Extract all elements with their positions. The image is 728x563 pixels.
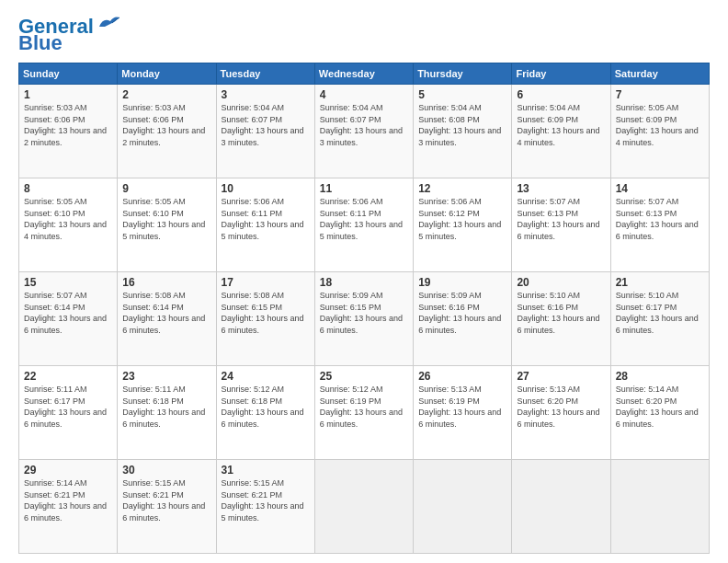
day-info: Sunrise: 5:03 AMSunset: 6:06 PMDaylight:… bbox=[122, 102, 211, 148]
calendar-cell: 26Sunrise: 5:13 AMSunset: 6:19 PMDayligh… bbox=[414, 366, 512, 460]
logo: General Blue bbox=[18, 17, 121, 53]
day-info: Sunrise: 5:06 AMSunset: 6:11 PMDaylight:… bbox=[320, 196, 409, 242]
day-info: Sunrise: 5:10 AMSunset: 6:16 PMDaylight:… bbox=[517, 290, 606, 336]
calendar-week-1: 1Sunrise: 5:03 AMSunset: 6:06 PMDaylight… bbox=[19, 85, 710, 178]
calendar-cell: 14Sunrise: 5:07 AMSunset: 6:13 PMDayligh… bbox=[610, 178, 709, 272]
day-info: Sunrise: 5:12 AMSunset: 6:18 PMDaylight:… bbox=[222, 384, 311, 430]
day-number: 6 bbox=[517, 88, 606, 101]
day-number: 26 bbox=[418, 370, 507, 383]
calendar-cell: 11Sunrise: 5:06 AMSunset: 6:11 PMDayligh… bbox=[314, 178, 413, 272]
calendar-cell: 9Sunrise: 5:05 AMSunset: 6:10 PMDaylight… bbox=[118, 178, 216, 272]
calendar-cell: 25Sunrise: 5:12 AMSunset: 6:19 PMDayligh… bbox=[314, 366, 413, 460]
day-info: Sunrise: 5:08 AMSunset: 6:15 PMDaylight:… bbox=[222, 290, 311, 336]
day-header-tuesday: Tuesday bbox=[216, 63, 314, 85]
day-number: 15 bbox=[24, 276, 113, 289]
calendar-cell: 5Sunrise: 5:04 AMSunset: 6:08 PMDaylight… bbox=[414, 85, 512, 178]
day-info: Sunrise: 5:08 AMSunset: 6:14 PMDaylight:… bbox=[122, 290, 211, 336]
day-info: Sunrise: 5:03 AMSunset: 6:06 PMDaylight:… bbox=[24, 102, 113, 148]
calendar-cell: 13Sunrise: 5:07 AMSunset: 6:13 PMDayligh… bbox=[512, 178, 610, 272]
calendar-cell: 16Sunrise: 5:08 AMSunset: 6:14 PMDayligh… bbox=[118, 272, 216, 366]
logo-blue: Blue bbox=[18, 33, 63, 53]
day-number: 5 bbox=[418, 88, 507, 101]
day-number: 28 bbox=[616, 370, 705, 383]
day-number: 24 bbox=[222, 370, 311, 383]
calendar-cell: 3Sunrise: 5:04 AMSunset: 6:07 PMDaylight… bbox=[216, 85, 314, 178]
day-number: 25 bbox=[320, 370, 409, 383]
calendar-cell: 31Sunrise: 5:15 AMSunset: 6:21 PMDayligh… bbox=[216, 460, 314, 554]
day-number: 8 bbox=[24, 182, 113, 195]
day-number: 17 bbox=[222, 276, 311, 289]
calendar-cell: 23Sunrise: 5:11 AMSunset: 6:18 PMDayligh… bbox=[118, 366, 216, 460]
day-info: Sunrise: 5:04 AMSunset: 6:08 PMDaylight:… bbox=[418, 102, 507, 148]
calendar-cell: 18Sunrise: 5:09 AMSunset: 6:15 PMDayligh… bbox=[314, 272, 413, 366]
day-info: Sunrise: 5:13 AMSunset: 6:19 PMDaylight:… bbox=[418, 384, 507, 430]
day-number: 9 bbox=[122, 182, 211, 195]
day-info: Sunrise: 5:04 AMSunset: 6:07 PMDaylight:… bbox=[320, 102, 409, 148]
day-number: 23 bbox=[122, 370, 211, 383]
day-info: Sunrise: 5:07 AMSunset: 6:13 PMDaylight:… bbox=[517, 196, 606, 242]
calendar-week-3: 15Sunrise: 5:07 AMSunset: 6:14 PMDayligh… bbox=[19, 272, 710, 366]
day-info: Sunrise: 5:06 AMSunset: 6:12 PMDaylight:… bbox=[418, 196, 507, 242]
calendar-cell: 24Sunrise: 5:12 AMSunset: 6:18 PMDayligh… bbox=[216, 366, 314, 460]
calendar-cell bbox=[610, 460, 709, 554]
day-number: 30 bbox=[122, 464, 211, 477]
day-info: Sunrise: 5:09 AMSunset: 6:15 PMDaylight:… bbox=[320, 290, 409, 336]
calendar-cell: 20Sunrise: 5:10 AMSunset: 6:16 PMDayligh… bbox=[512, 272, 610, 366]
calendar-cell: 30Sunrise: 5:15 AMSunset: 6:21 PMDayligh… bbox=[118, 460, 216, 554]
day-number: 20 bbox=[517, 276, 606, 289]
day-header-sunday: Sunday bbox=[19, 63, 118, 85]
day-number: 14 bbox=[616, 182, 705, 195]
calendar-cell: 10Sunrise: 5:06 AMSunset: 6:11 PMDayligh… bbox=[216, 178, 314, 272]
day-info: Sunrise: 5:06 AMSunset: 6:11 PMDaylight:… bbox=[222, 196, 311, 242]
day-number: 29 bbox=[24, 464, 113, 477]
calendar-cell bbox=[314, 460, 413, 554]
day-number: 1 bbox=[24, 88, 113, 101]
calendar-cell: 27Sunrise: 5:13 AMSunset: 6:20 PMDayligh… bbox=[512, 366, 610, 460]
day-number: 18 bbox=[320, 276, 409, 289]
day-number: 12 bbox=[418, 182, 507, 195]
calendar-cell: 19Sunrise: 5:09 AMSunset: 6:16 PMDayligh… bbox=[414, 272, 512, 366]
calendar-cell bbox=[512, 460, 610, 554]
calendar-cell: 15Sunrise: 5:07 AMSunset: 6:14 PMDayligh… bbox=[19, 272, 118, 366]
day-number: 13 bbox=[517, 182, 606, 195]
calendar-cell: 6Sunrise: 5:04 AMSunset: 6:09 PMDaylight… bbox=[512, 85, 610, 178]
calendar-week-4: 22Sunrise: 5:11 AMSunset: 6:17 PMDayligh… bbox=[19, 366, 710, 460]
day-info: Sunrise: 5:05 AMSunset: 6:09 PMDaylight:… bbox=[616, 102, 705, 148]
day-number: 21 bbox=[616, 276, 705, 289]
day-header-thursday: Thursday bbox=[414, 63, 512, 85]
day-number: 10 bbox=[222, 182, 311, 195]
calendar-cell: 7Sunrise: 5:05 AMSunset: 6:09 PMDaylight… bbox=[610, 85, 709, 178]
day-header-monday: Monday bbox=[118, 63, 216, 85]
day-number: 19 bbox=[418, 276, 507, 289]
calendar: SundayMondayTuesdayWednesdayThursdayFrid… bbox=[18, 63, 710, 554]
day-info: Sunrise: 5:14 AMSunset: 6:21 PMDaylight:… bbox=[24, 477, 113, 523]
day-number: 27 bbox=[517, 370, 606, 383]
day-info: Sunrise: 5:04 AMSunset: 6:09 PMDaylight:… bbox=[517, 102, 606, 148]
calendar-cell: 29Sunrise: 5:14 AMSunset: 6:21 PMDayligh… bbox=[19, 460, 118, 554]
day-info: Sunrise: 5:11 AMSunset: 6:18 PMDaylight:… bbox=[122, 384, 211, 430]
calendar-header-row: SundayMondayTuesdayWednesdayThursdayFrid… bbox=[19, 63, 710, 85]
day-number: 22 bbox=[24, 370, 113, 383]
day-info: Sunrise: 5:09 AMSunset: 6:16 PMDaylight:… bbox=[418, 290, 507, 336]
calendar-cell bbox=[414, 460, 512, 554]
calendar-week-2: 8Sunrise: 5:05 AMSunset: 6:10 PMDaylight… bbox=[19, 178, 710, 272]
day-number: 2 bbox=[122, 88, 211, 101]
calendar-cell: 22Sunrise: 5:11 AMSunset: 6:17 PMDayligh… bbox=[19, 366, 118, 460]
day-info: Sunrise: 5:11 AMSunset: 6:17 PMDaylight:… bbox=[24, 384, 113, 430]
calendar-cell: 4Sunrise: 5:04 AMSunset: 6:07 PMDaylight… bbox=[314, 85, 413, 178]
day-info: Sunrise: 5:15 AMSunset: 6:21 PMDaylight:… bbox=[122, 477, 211, 523]
day-info: Sunrise: 5:07 AMSunset: 6:13 PMDaylight:… bbox=[616, 196, 705, 242]
page: General Blue SundayMondayTuesdayWednesda… bbox=[0, 0, 728, 563]
day-number: 3 bbox=[222, 88, 311, 101]
day-info: Sunrise: 5:05 AMSunset: 6:10 PMDaylight:… bbox=[122, 196, 211, 242]
day-info: Sunrise: 5:14 AMSunset: 6:20 PMDaylight:… bbox=[616, 384, 705, 430]
calendar-cell: 12Sunrise: 5:06 AMSunset: 6:12 PMDayligh… bbox=[414, 178, 512, 272]
day-number: 31 bbox=[222, 464, 311, 477]
calendar-cell: 28Sunrise: 5:14 AMSunset: 6:20 PMDayligh… bbox=[610, 366, 709, 460]
day-number: 11 bbox=[320, 182, 409, 195]
calendar-cell: 21Sunrise: 5:10 AMSunset: 6:17 PMDayligh… bbox=[610, 272, 709, 366]
day-info: Sunrise: 5:04 AMSunset: 6:07 PMDaylight:… bbox=[222, 102, 311, 148]
header: General Blue bbox=[18, 17, 710, 53]
day-number: 7 bbox=[616, 88, 705, 101]
day-info: Sunrise: 5:05 AMSunset: 6:10 PMDaylight:… bbox=[24, 196, 113, 242]
